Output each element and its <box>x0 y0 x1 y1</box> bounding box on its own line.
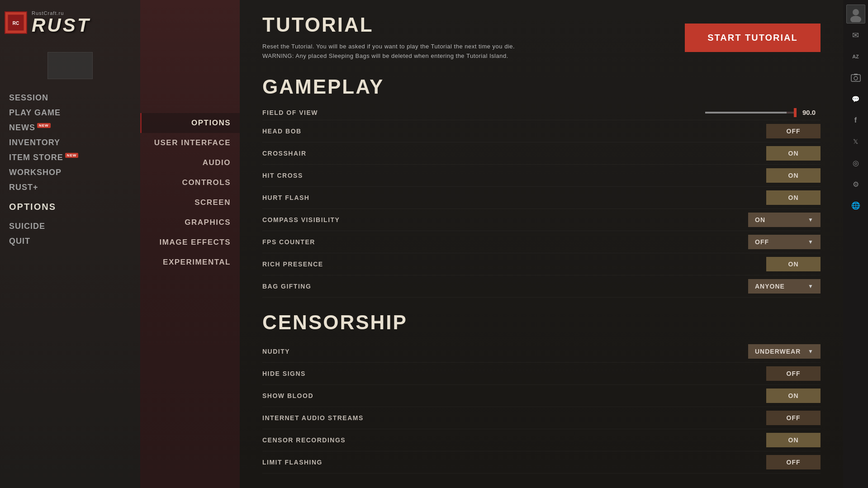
setting-label-bag-gifting: BAG GIFTING <box>262 283 311 290</box>
steam-icon[interactable]: ⚙ <box>846 175 865 194</box>
censorship-section: CENSORSHIP NUDITY UNDERWEAR ▼ HIDE SIGNS… <box>262 311 821 474</box>
twitter-icon[interactable]: 𝕏 <box>846 132 865 151</box>
setting-control-nudity: UNDERWEAR ▼ <box>748 344 821 359</box>
sidebar-item-inventory[interactable]: INVENTORY <box>0 135 140 150</box>
setting-row-show-blood: SHOW BLOOD ON <box>262 385 821 407</box>
dropdown-compass[interactable]: ON ▼ <box>748 213 821 227</box>
setting-control-censor-recordings: ON <box>766 433 821 447</box>
toggle-crosshair[interactable]: ON <box>766 146 821 161</box>
setting-row-head-bob: HEAD BOB OFF <box>262 120 821 142</box>
setting-row-hide-signs: HIDE SIGNS OFF <box>262 363 821 385</box>
fov-slider-thumb[interactable] <box>794 108 797 117</box>
dropdown-fps[interactable]: OFF ▼ <box>748 235 821 249</box>
dropdown-nudity-arrow: ▼ <box>808 348 814 355</box>
setting-label-hit-cross: HIT CROSS <box>262 172 303 179</box>
dropdown-bag-gifting-arrow: ▼ <box>808 283 814 289</box>
setting-control-rich-presence: ON <box>766 257 821 271</box>
item-store-badge: NEW <box>65 153 79 158</box>
sidebar-item-quit[interactable]: QUIT <box>0 234 140 249</box>
setting-control-head-bob: OFF <box>766 124 821 138</box>
menu-item-graphics[interactable]: GRAPHICS <box>140 213 240 232</box>
menu-item-user-interface[interactable]: USER INTERFACE <box>140 133 240 153</box>
svg-point-3 <box>850 16 861 22</box>
toggle-head-bob[interactable]: OFF <box>766 124 821 138</box>
toggle-internet-audio[interactable]: OFF <box>766 411 821 425</box>
sidebar-item-workshop[interactable]: WORKSHOP <box>0 165 140 180</box>
translate-icon[interactable]: AZ <box>846 47 865 66</box>
dropdown-fps-value: OFF <box>755 238 769 246</box>
setting-control-hide-signs: OFF <box>766 366 821 381</box>
dropdown-bag-gifting-value: ANYONE <box>755 283 785 290</box>
toggle-hide-signs[interactable]: OFF <box>766 366 821 381</box>
sidebar-item-play-game[interactable]: PLAY GAME <box>0 105 140 120</box>
dropdown-fps-arrow: ▼ <box>808 239 814 245</box>
setting-row-censor-recordings: CENSOR RECORDINGS ON <box>262 429 821 451</box>
sidebar-item-session[interactable]: SESSION <box>0 90 140 105</box>
dropdown-bag-gifting[interactable]: ANYONE ▼ <box>748 279 821 294</box>
menu-item-options[interactable]: OPTIONS <box>140 113 240 133</box>
setting-row-bag-gifting: BAG GIFTING ANYONE ▼ <box>262 275 821 298</box>
fov-slider-fill <box>705 112 787 114</box>
sidebar-nav: SESSION PLAY GAME NEWS NEW INVENTORY ITE… <box>0 86 140 253</box>
toggle-rich-presence[interactable]: ON <box>766 257 821 271</box>
facebook-icon[interactable]: f <box>846 111 865 130</box>
discord-icon[interactable]: 💬 <box>846 90 865 109</box>
main-content: TUTORIAL Reset the Tutorial. You will be… <box>240 0 843 488</box>
fov-slider-track[interactable] <box>705 112 796 114</box>
toggle-limit-flashing[interactable]: OFF <box>766 455 821 469</box>
setting-control-show-blood: ON <box>766 389 821 403</box>
menu-item-screen[interactable]: SCREEN <box>140 193 240 213</box>
screenshot-icon[interactable] <box>846 68 865 87</box>
right-sidebar: ✉ AZ 💬 f 𝕏 ◎ ⚙ 🌐 <box>843 0 868 488</box>
sidebar-item-news[interactable]: NEWS NEW <box>0 120 140 135</box>
setting-row-fps: FPS COUNTER OFF ▼ <box>262 231 821 253</box>
setting-row-limit-flashing: LIMIT FLASHING OFF <box>262 451 821 474</box>
setting-control-fps: OFF ▼ <box>748 235 821 249</box>
svg-point-5 <box>854 76 858 80</box>
setting-control-compass: ON ▼ <box>748 213 821 227</box>
menu-item-experimental[interactable]: EXPERIMENTAL <box>140 252 240 272</box>
setting-label-crosshair: CROSSHAIR <box>262 150 307 157</box>
setting-row-hit-cross: HIT CROSS ON <box>262 165 821 187</box>
setting-control-hit-cross: ON <box>766 168 821 183</box>
toggle-show-blood[interactable]: ON <box>766 389 821 403</box>
setting-label-hide-signs: HIDE SIGNS <box>262 370 306 377</box>
menu-item-audio[interactable]: AUDIO <box>140 153 240 173</box>
dropdown-nudity[interactable]: UNDERWEAR ▼ <box>748 344 821 359</box>
toggle-hurt-flash[interactable]: ON <box>766 190 821 205</box>
tutorial-text: TUTORIAL Reset the Tutorial. You will be… <box>262 14 671 62</box>
setting-label-fps: FPS COUNTER <box>262 238 315 246</box>
sidebar-item-item-store[interactable]: ITEM STORE NEW <box>0 150 140 165</box>
toggle-hit-cross[interactable]: ON <box>766 168 821 183</box>
svg-point-2 <box>853 9 859 15</box>
setting-row-crosshair: CROSSHAIR ON <box>262 142 821 165</box>
setting-label-limit-flashing: LIMIT FLASHING <box>262 459 323 466</box>
sidebar-item-suicide[interactable]: SUICIDE <box>0 219 140 234</box>
setting-row-nudity: NUDITY UNDERWEAR ▼ <box>262 341 821 363</box>
menu-item-image-effects[interactable]: IMAGE EFFECTS <box>140 232 240 252</box>
logo-image: RC RustCraft.ru RUST <box>5 5 118 41</box>
avatar <box>47 52 93 79</box>
gameplay-title: GAMEPLAY <box>262 76 821 98</box>
setting-control-fov: 90.0 <box>705 109 821 116</box>
sidebar-item-rust-plus[interactable]: RUST+ <box>0 180 140 195</box>
logo-area: RC RustCraft.ru RUST <box>0 0 140 45</box>
setting-control-bag-gifting: ANYONE ▼ <box>748 279 821 294</box>
start-tutorial-button[interactable]: START TUTORIAL <box>685 24 821 52</box>
options-label: OPTIONS <box>0 195 140 214</box>
menu-item-controls[interactable]: CONTROLS <box>140 173 240 193</box>
sidebar: RC RustCraft.ru RUST SESSION PLAY GAME N… <box>0 0 140 488</box>
setting-row-rich-presence: RICH PRESENCE ON <box>262 253 821 275</box>
tutorial-desc-1: Reset the Tutorial. You will be asked if… <box>262 43 671 50</box>
dropdown-compass-value: ON <box>755 216 765 223</box>
avatar-icon[interactable] <box>846 5 865 24</box>
mail-icon[interactable]: ✉ <box>846 26 865 45</box>
instagram-icon[interactable]: ◎ <box>846 153 865 172</box>
globe-icon[interactable]: 🌐 <box>846 196 865 215</box>
setting-label-rich-presence: RICH PRESENCE <box>262 261 323 268</box>
tutorial-section: TUTORIAL Reset the Tutorial. You will be… <box>262 14 821 62</box>
setting-label-compass: COMPASS VISIBILITY <box>262 216 340 223</box>
news-badge: NEW <box>37 123 51 128</box>
svg-text:RC: RC <box>13 21 19 26</box>
toggle-censor-recordings[interactable]: ON <box>766 433 821 447</box>
